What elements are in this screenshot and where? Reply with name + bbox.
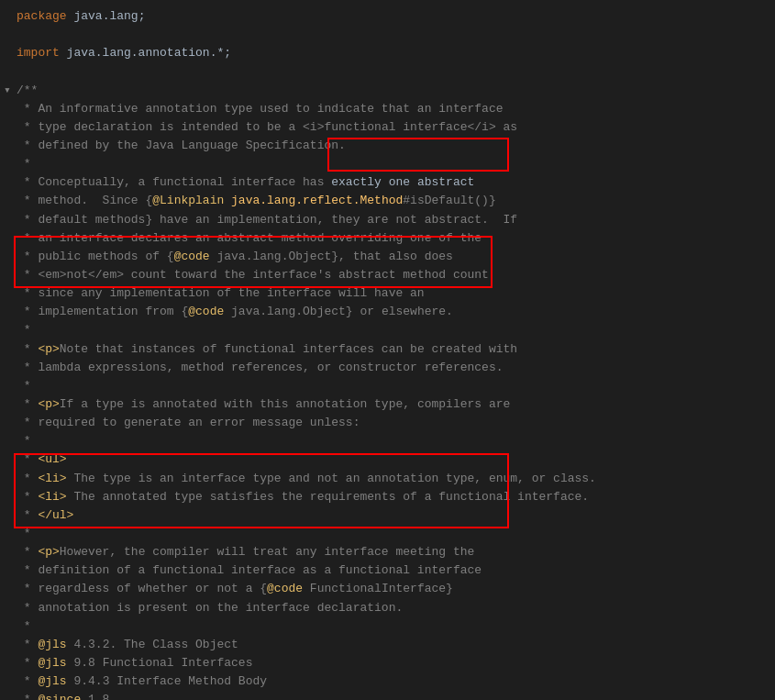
line-content: * <p>However, the compiler will treat an… (17, 543, 768, 561)
line-content: * @jls 9.8 Functional Interfaces (17, 654, 768, 672)
fold-icon (4, 118, 17, 137)
line-content: * </ul> (17, 506, 768, 525)
token-comment: * (17, 674, 38, 688)
line-content: * (17, 155, 768, 173)
code-line: * <p>If a type is annotated with this an… (0, 395, 775, 414)
fold-icon (4, 580, 17, 598)
code-line: import java.lang.annotation.*; (0, 44, 775, 62)
fold-icon (4, 173, 17, 192)
token-comment: However, the compiler will treat any int… (60, 545, 474, 559)
line-content: * <p>Note that instances of functional i… (17, 340, 768, 359)
token-comment: /** (17, 83, 38, 97)
code-line: package java.lang; (0, 7, 775, 26)
code-line: * @jls 9.4.3 Interface Method Body (0, 672, 775, 691)
token-comment: <em>not</em> (38, 268, 124, 282)
token-comment: FunctionalInterface} (303, 582, 453, 595)
token-tag: <p> (38, 342, 59, 356)
fold-icon (4, 636, 17, 654)
line-content: * an interface declares an abstract meth… (17, 229, 768, 248)
fold-icon (4, 672, 17, 691)
code-line: * @jls 9.8 Functional Interfaces (0, 654, 775, 672)
token-tag: @jls (38, 656, 66, 670)
line-content: /** (17, 82, 768, 100)
token-comment: * (17, 323, 31, 337)
line-content: package java.lang; (17, 7, 768, 26)
token-highlight-text: exactly one abstract (331, 175, 474, 189)
line-content: * type declaration is intended to be a <… (17, 118, 768, 137)
fold-icon (4, 7, 17, 26)
line-content (17, 26, 768, 44)
code-line: * <ul> (0, 450, 775, 469)
line-content: import java.lang.annotation.*; (17, 44, 768, 62)
token-tag: <li> (38, 472, 66, 485)
token-comment: * (17, 434, 31, 448)
token-keyword: package (17, 9, 73, 23)
fold-icon[interactable]: ▾ (4, 82, 17, 100)
token-comment: #isDefault()} (403, 194, 495, 207)
fold-icon (4, 543, 17, 561)
line-content: * regardless of whether or not a {@code … (17, 580, 768, 598)
token-comment (224, 194, 231, 207)
fold-icon (4, 229, 17, 248)
token-comment: <i> (303, 120, 324, 134)
fold-icon (4, 359, 17, 377)
code-line: * <em>not</em> count toward the interfac… (0, 266, 775, 284)
line-content: * (17, 617, 768, 636)
fold-icon (4, 506, 17, 525)
code-line: * defined by the Java Language Specifica… (0, 137, 775, 155)
line-content: * (17, 432, 768, 450)
line-content: * <p>If a type is annotated with this an… (17, 395, 768, 414)
token-comment: * (17, 472, 38, 485)
fold-icon (4, 691, 17, 700)
code-editor: package java.lang; import java.lang.anno… (0, 0, 775, 700)
token-comment: * (17, 490, 38, 504)
fold-icon (4, 284, 17, 303)
code-line: * @since 1.8 (0, 691, 775, 700)
token-comment: * (17, 638, 38, 651)
code-line: * (0, 432, 775, 450)
fold-icon (4, 377, 17, 395)
token-comment: functional interface (324, 120, 467, 134)
line-content: * method. Since {@Linkplain java.lang.re… (17, 192, 768, 210)
token-comment: 9.4.3 Interface Method Body (67, 674, 267, 688)
token-tag: @code (188, 305, 224, 318)
code-line: * <p>However, the compiler will treat an… (0, 543, 775, 561)
token-comment: count toward the interface's abstract me… (124, 268, 489, 282)
token-comment: * method. Since { (17, 194, 152, 207)
code-line: * definition of a functional interface a… (0, 561, 775, 580)
line-content: * since any implementation of the interf… (17, 284, 768, 303)
token-comment: 9.8 Functional Interfaces (67, 656, 253, 670)
token-comment: * Conceptually, a functional interface h… (17, 175, 331, 189)
line-content: * <li> The annotated type satisfies the … (17, 488, 768, 506)
token-comment: If a type is annotated with this annotat… (60, 397, 510, 411)
code-line: * public methods of {@code java.lang.Obj… (0, 248, 775, 266)
line-content: * implementation from {@code java.lang.O… (17, 303, 768, 321)
line-content: * <em>not</em> count toward the interfac… (17, 266, 768, 284)
code-line: * implementation from {@code java.lang.O… (0, 303, 775, 321)
code-line: * <li> The annotated type satisfies the … (0, 488, 775, 506)
line-content: * defined by the Java Language Specifica… (17, 137, 768, 155)
token-comment: * since any implementation of the interf… (17, 286, 425, 300)
code-line: * annotation is present on the interface… (0, 599, 775, 617)
token-comment: 4.3.2. The Class Object (67, 638, 238, 651)
fold-icon (4, 599, 17, 617)
line-content: * required to generate an error message … (17, 414, 768, 432)
token-comment: * lambda expressions, method references,… (17, 361, 504, 374)
token-comment: * regardless of whether or not a { (17, 582, 267, 595)
fold-icon (4, 321, 17, 339)
line-content: * (17, 525, 768, 543)
line-content: * public methods of {@code java.lang.Obj… (17, 248, 768, 266)
line-content: * @jls 9.4.3 Interface Method Body (17, 672, 768, 691)
fold-icon (4, 617, 17, 636)
line-content: * @jls 4.3.2. The Class Object (17, 636, 768, 654)
token-comment: as (496, 120, 517, 134)
token-comment: * an interface declares an abstract meth… (17, 231, 482, 245)
token-comment: * (17, 397, 38, 411)
token-tag: @jls (38, 674, 66, 688)
token-comment: * required to generate an error message … (17, 416, 360, 429)
token-comment: * (17, 342, 38, 356)
token-tag: <p> (38, 397, 59, 411)
line-content (17, 62, 768, 81)
line-content: * <li> The type is an interface type and… (17, 470, 768, 488)
token-comment: * public methods of { (17, 250, 174, 263)
